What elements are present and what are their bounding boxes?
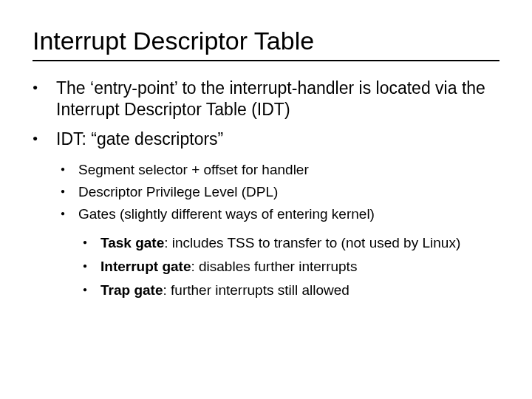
- bullet-text: IDT: “gate descriptors”: [56, 129, 223, 149]
- slide-container: { "title": "Interrupt Descriptor Table",…: [0, 0, 532, 399]
- slide-title: Interrupt Descriptor Table: [33, 27, 499, 55]
- list-item: Interrupt gate: disables further interru…: [78, 257, 499, 276]
- gate-desc: : disables further interrupts: [191, 259, 357, 274]
- gate-desc: : further interrupts still allowed: [163, 282, 349, 298]
- list-item: Trap gate: further interrupts still allo…: [78, 281, 499, 300]
- list-item: The ‘entry-point’ to the interrupt-handl…: [33, 78, 499, 121]
- bullet-text: The ‘entry-point’ to the interrupt-handl…: [56, 78, 485, 119]
- title-divider: [33, 60, 499, 61]
- bullet-text: Segment selector + offset for handler: [78, 162, 309, 177]
- gate-name: Task gate: [100, 235, 164, 250]
- bullet-list-level1: The ‘entry-point’ to the interrupt-handl…: [33, 78, 499, 299]
- list-item: Descriptor Privilege Level (DPL): [56, 183, 499, 202]
- gate-name: Interrupt gate: [100, 259, 191, 274]
- bullet-text: Gates (slightly different ways of enteri…: [78, 206, 375, 222]
- bullet-list-level2: Segment selector + offset for handler De…: [56, 160, 499, 299]
- bullet-list-level3: Task gate: includes TSS to transfer to (…: [78, 233, 499, 299]
- list-item: Segment selector + offset for handler: [56, 160, 499, 180]
- list-item: Gates (slightly different ways of enteri…: [56, 205, 499, 300]
- gate-desc: : includes TSS to transfer to (not used …: [164, 235, 460, 250]
- list-item: Task gate: includes TSS to transfer to (…: [78, 233, 499, 253]
- gate-name: Trap gate: [100, 282, 163, 298]
- list-item: IDT: “gate descriptors” Segment selector…: [33, 129, 499, 299]
- bullet-text: Descriptor Privilege Level (DPL): [78, 184, 278, 200]
